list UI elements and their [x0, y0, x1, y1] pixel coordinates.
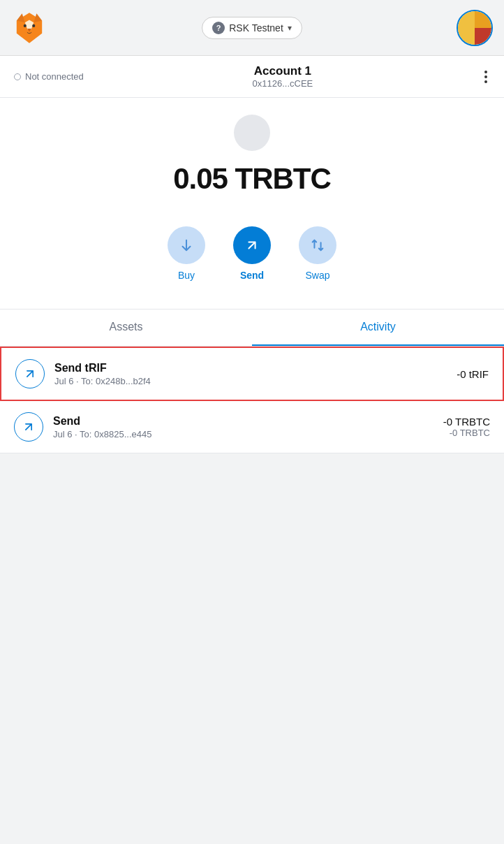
tx-amount: -0 TRBTC -0 TRBTC [443, 416, 490, 438]
swap-icon-circle [299, 226, 336, 264]
account-name: Account 1 [253, 64, 313, 78]
network-help-icon: ? [212, 22, 225, 34]
chevron-down-icon: ▾ [288, 23, 292, 33]
account-menu-button[interactable] [482, 68, 490, 86]
main-content: 0.05 TRBTC Buy Send [0, 98, 504, 453]
tab-activity[interactable]: Activity [252, 310, 504, 346]
tx-title: Send tRIF [54, 362, 447, 374]
connection-status: Not connected [14, 71, 84, 82]
buy-label: Buy [178, 270, 195, 281]
app-header: ? RSK Testnet ▾ [0, 0, 504, 56]
tx-subtitle: Jul 6 · To: 0x8825...e445 [53, 429, 433, 439]
swap-button[interactable]: Swap [299, 226, 336, 281]
buy-button[interactable]: Buy [168, 226, 205, 281]
transaction-list: Send tRIF Jul 6 · To: 0x248b...b2f4 -0 t… [0, 347, 504, 453]
network-selector[interactable]: ? RSK Testnet ▾ [202, 17, 302, 39]
swap-icon [310, 238, 325, 253]
tab-assets[interactable]: Assets [0, 310, 252, 346]
account-avatar[interactable] [457, 10, 493, 46]
send-label: Send [240, 270, 264, 281]
swap-label: Swap [305, 270, 329, 281]
send-icon [244, 238, 260, 253]
metamask-logo[interactable] [11, 10, 47, 46]
tabs: Assets Activity [0, 309, 504, 347]
send-icon-circle [233, 226, 271, 264]
account-bar: Not connected Account 1 0x1126...cCEE [0, 56, 504, 98]
tx-info: Send Jul 6 · To: 0x8825...e445 [53, 415, 433, 439]
tx-send-icon [14, 412, 43, 442]
tx-amount-sub: -0 TRBTC [443, 428, 490, 438]
tx-send-icon [15, 359, 45, 388]
account-info[interactable]: Account 1 0x1126...cCEE [253, 64, 313, 89]
transaction-item[interactable]: Send tRIF Jul 6 · To: 0x248b...b2f4 -0 t… [0, 347, 504, 401]
balance-section: 0.05 TRBTC [0, 98, 504, 210]
buy-icon-circle [168, 226, 205, 264]
send-button[interactable]: Send [233, 226, 271, 281]
connection-dot [14, 73, 21, 80]
tx-amount: -0 tRIF [457, 368, 489, 380]
svg-point-5 [32, 24, 35, 27]
transaction-item[interactable]: Send Jul 6 · To: 0x8825...e445 -0 TRBTC … [0, 401, 504, 453]
connection-label: Not connected [25, 71, 84, 82]
token-icon [234, 115, 270, 151]
tx-amount-main: -0 tRIF [457, 368, 489, 380]
tx-subtitle: Jul 6 · To: 0x248b...b2f4 [54, 376, 447, 386]
tx-amount-main: -0 TRBTC [443, 416, 490, 428]
tx-info: Send tRIF Jul 6 · To: 0x248b...b2f4 [54, 362, 447, 386]
buy-icon [179, 238, 194, 253]
balance-amount: 0.05 TRBTC [173, 162, 331, 196]
action-buttons: Buy Send Swap [0, 210, 504, 298]
tx-title: Send [53, 415, 433, 428]
svg-point-4 [24, 24, 27, 27]
account-address: 0x1126...cCEE [253, 78, 313, 89]
network-name: RSK Testnet [229, 22, 283, 34]
